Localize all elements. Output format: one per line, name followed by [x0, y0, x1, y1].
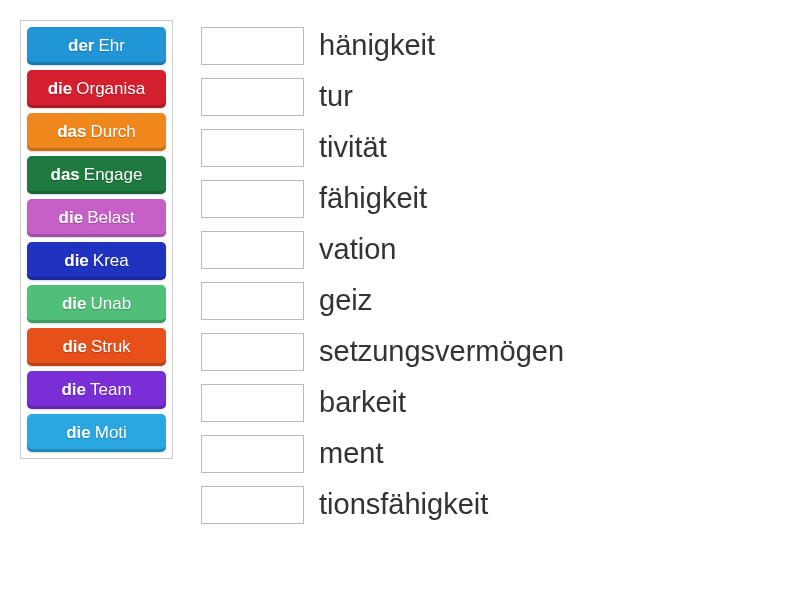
- drag-tile[interactable]: die Moti: [27, 414, 166, 452]
- answer-row: tivität: [201, 122, 564, 173]
- answer-row: geiz: [201, 275, 564, 326]
- tile-stem: Durch: [90, 122, 135, 142]
- tile-stem: Team: [90, 380, 132, 400]
- tile-stem: Belast: [87, 208, 134, 228]
- drop-slot[interactable]: [201, 78, 304, 116]
- word-suffix: hänigkeit: [319, 31, 435, 60]
- drop-slot[interactable]: [201, 435, 304, 473]
- tile-article: die: [48, 79, 73, 99]
- tile-article: das: [57, 122, 86, 142]
- drop-slot[interactable]: [201, 231, 304, 269]
- drag-tile[interactable]: die Belast: [27, 199, 166, 237]
- word-suffix: tionsfähigkeit: [319, 490, 488, 519]
- answer-row: vation: [201, 224, 564, 275]
- word-suffix: ment: [319, 439, 383, 468]
- tile-article: die: [59, 208, 84, 228]
- answer-row: tionsfähigkeit: [201, 479, 564, 530]
- answer-row: setzungsvermögen: [201, 326, 564, 377]
- activity-container: der Ehr die Organisa das Durch das Engag…: [20, 20, 780, 530]
- drag-tile[interactable]: die Unab: [27, 285, 166, 323]
- tile-stem: Engage: [84, 165, 143, 185]
- answer-row: hänigkeit: [201, 20, 564, 71]
- word-suffix: fähigkeit: [319, 184, 427, 213]
- tile-stem: Struk: [91, 337, 131, 357]
- tile-stem: Organisa: [76, 79, 145, 99]
- drag-tile[interactable]: das Durch: [27, 113, 166, 151]
- word-suffix: barkeit: [319, 388, 406, 417]
- tile-article: die: [64, 251, 89, 271]
- word-suffix: setzungsvermögen: [319, 337, 564, 366]
- tile-article: die: [62, 294, 87, 314]
- drop-slot[interactable]: [201, 333, 304, 371]
- drag-tile[interactable]: die Krea: [27, 242, 166, 280]
- tile-stem: Moti: [95, 423, 127, 443]
- answer-row: tur: [201, 71, 564, 122]
- drop-slot[interactable]: [201, 129, 304, 167]
- answer-column: hänigkeit tur tivität fähigkeit vation g…: [201, 20, 564, 530]
- word-suffix: geiz: [319, 286, 372, 315]
- word-suffix: tur: [319, 82, 353, 111]
- tile-article: die: [62, 337, 87, 357]
- drag-tile[interactable]: die Team: [27, 371, 166, 409]
- tile-stem: Unab: [90, 294, 131, 314]
- drop-slot[interactable]: [201, 27, 304, 65]
- tile-bank: der Ehr die Organisa das Durch das Engag…: [20, 20, 173, 459]
- answer-row: ment: [201, 428, 564, 479]
- drop-slot[interactable]: [201, 180, 304, 218]
- tile-article: die: [66, 423, 91, 443]
- drag-tile[interactable]: das Engage: [27, 156, 166, 194]
- word-suffix: vation: [319, 235, 396, 264]
- drop-slot[interactable]: [201, 486, 304, 524]
- tile-article: das: [51, 165, 80, 185]
- word-suffix: tivität: [319, 133, 387, 162]
- tile-stem: Ehr: [99, 36, 125, 56]
- tile-article: der: [68, 36, 94, 56]
- drag-tile[interactable]: die Struk: [27, 328, 166, 366]
- drag-tile[interactable]: die Organisa: [27, 70, 166, 108]
- answer-row: barkeit: [201, 377, 564, 428]
- drag-tile[interactable]: der Ehr: [27, 27, 166, 65]
- tile-stem: Krea: [93, 251, 129, 271]
- drop-slot[interactable]: [201, 282, 304, 320]
- tile-article: die: [61, 380, 86, 400]
- answer-row: fähigkeit: [201, 173, 564, 224]
- drop-slot[interactable]: [201, 384, 304, 422]
